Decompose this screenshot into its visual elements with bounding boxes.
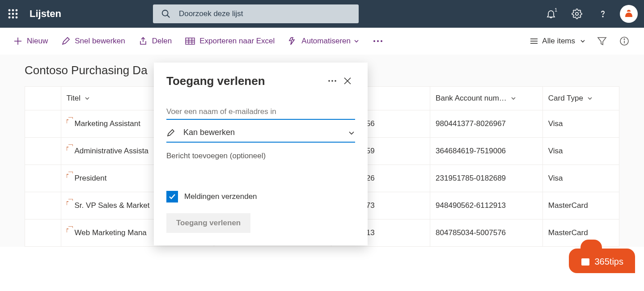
cell-card: MasterCard xyxy=(542,219,619,247)
grant-access-dialog: Toegang verlenen Kan bewerken Bericht to… xyxy=(154,63,368,245)
item-indicator-icon xyxy=(67,226,73,232)
help-button[interactable] xyxy=(594,5,612,23)
export-excel-label: Exporteren naar Excel xyxy=(199,37,275,46)
filter-button[interactable] xyxy=(596,35,608,47)
plus-icon xyxy=(13,37,22,46)
row-select-cell[interactable] xyxy=(25,138,61,165)
info-icon xyxy=(619,36,629,46)
cell-bank: 364684619-7519006 xyxy=(430,138,543,165)
close-icon xyxy=(343,77,352,85)
recipient-input[interactable] xyxy=(166,107,355,116)
dialog-header: Toegang verlenen xyxy=(166,73,355,89)
svg-point-22 xyxy=(381,40,382,42)
pencil-icon xyxy=(61,37,70,46)
message-placeholder[interactable]: Bericht toevoegen (optioneel) xyxy=(166,152,355,160)
checkmark-icon xyxy=(168,193,176,201)
column-header-card-type[interactable]: Card Type xyxy=(542,87,619,110)
quick-edit-button[interactable]: Snel bewerken xyxy=(61,37,125,46)
notifications-button[interactable]: 1 xyxy=(542,5,560,23)
permission-label: Kan bewerken xyxy=(183,128,340,137)
info-button[interactable] xyxy=(618,35,631,47)
grant-access-button[interactable]: Toegang verlenen xyxy=(166,213,250,233)
svg-line-10 xyxy=(167,15,170,18)
svg-point-4 xyxy=(12,13,14,15)
svg-point-8 xyxy=(16,17,18,19)
svg-point-31 xyxy=(335,80,336,82)
cell-card: MasterCard xyxy=(542,192,619,219)
filter-icon xyxy=(597,37,607,46)
cell-bank: 948490562-6112913 xyxy=(430,192,543,219)
svg-point-6 xyxy=(8,17,11,19)
view-label: Alle items xyxy=(542,37,575,46)
svg-point-5 xyxy=(16,13,18,15)
quick-edit-label: Snel bewerken xyxy=(75,37,125,46)
item-indicator-icon xyxy=(67,144,73,151)
svg-point-7 xyxy=(12,17,14,19)
cell-card: Visa xyxy=(542,138,619,165)
item-indicator-icon xyxy=(67,172,73,178)
suite-left: Lijsten xyxy=(6,7,61,21)
item-indicator-icon xyxy=(67,117,73,123)
svg-point-20 xyxy=(373,40,375,42)
chevron-down-icon xyxy=(348,129,355,136)
settings-button[interactable] xyxy=(568,5,586,23)
cell-bank: 231951785-0182689 xyxy=(430,165,543,192)
new-button[interactable]: Nieuw xyxy=(13,37,48,46)
search-container xyxy=(153,4,359,23)
suite-right: 1 xyxy=(542,5,638,23)
chevron-down-icon xyxy=(580,38,586,44)
row-select-cell[interactable] xyxy=(25,110,61,138)
search-input[interactable] xyxy=(179,9,351,18)
dialog-more-button[interactable] xyxy=(325,73,340,89)
ellipsis-icon xyxy=(373,40,383,42)
cell-bank: 804785034-5007576 xyxy=(430,219,543,247)
svg-point-2 xyxy=(16,9,18,12)
svg-rect-15 xyxy=(186,38,195,44)
chevron-down-icon xyxy=(587,95,593,101)
pencil-icon xyxy=(166,128,175,137)
avatar-logo-icon xyxy=(622,9,636,19)
app-launcher-icon[interactable] xyxy=(6,7,20,21)
chevron-down-icon xyxy=(353,38,360,44)
item-indicator-icon xyxy=(67,199,73,205)
share-button[interactable]: Delen xyxy=(139,37,172,46)
checkbox-icon xyxy=(166,191,178,202)
share-label: Delen xyxy=(152,37,172,46)
app-title[interactable]: Lijsten xyxy=(30,8,61,20)
svg-point-30 xyxy=(331,80,333,82)
export-excel-button[interactable]: Exporteren naar Excel xyxy=(185,37,275,46)
gear-icon xyxy=(572,8,582,19)
new-label: Nieuw xyxy=(27,37,48,46)
send-notifications-checkbox[interactable]: Meldingen verzenden xyxy=(166,191,355,202)
command-bar: Nieuw Snel bewerken Delen Exporteren naa… xyxy=(0,28,644,55)
more-commands-button[interactable] xyxy=(373,40,383,42)
automate-label: Automatiseren xyxy=(301,37,351,46)
suite-bar: Lijsten 1 xyxy=(0,0,644,28)
svg-point-21 xyxy=(377,40,379,42)
question-icon xyxy=(597,8,608,19)
svg-point-9 xyxy=(162,10,168,16)
recipient-field[interactable] xyxy=(166,107,355,120)
search-box[interactable] xyxy=(153,4,359,23)
svg-point-28 xyxy=(624,38,625,39)
automate-button[interactable]: Automatiseren xyxy=(288,37,360,46)
row-select-cell[interactable] xyxy=(25,192,61,219)
column-header-bank[interactable]: Bank Account num… xyxy=(430,87,543,110)
svg-point-29 xyxy=(328,80,330,82)
view-selector[interactable]: Alle items xyxy=(529,37,586,46)
svg-point-11 xyxy=(576,13,578,15)
send-notifications-label: Meldingen verzenden xyxy=(184,192,257,201)
dialog-title: Toegang verlenen xyxy=(166,74,325,88)
flow-icon xyxy=(288,37,297,46)
column-header-select[interactable] xyxy=(25,87,61,110)
svg-point-0 xyxy=(8,9,11,12)
permission-selector[interactable]: Kan bewerken xyxy=(166,125,355,143)
cell-bank: 980441377-8026967 xyxy=(430,110,543,138)
row-select-cell[interactable] xyxy=(25,219,61,247)
chevron-down-icon xyxy=(84,95,90,101)
user-avatar[interactable] xyxy=(620,5,638,23)
dialog-close-button[interactable] xyxy=(340,73,355,89)
svg-point-3 xyxy=(8,13,11,15)
row-select-cell[interactable] xyxy=(25,165,61,192)
share-icon xyxy=(139,37,148,46)
